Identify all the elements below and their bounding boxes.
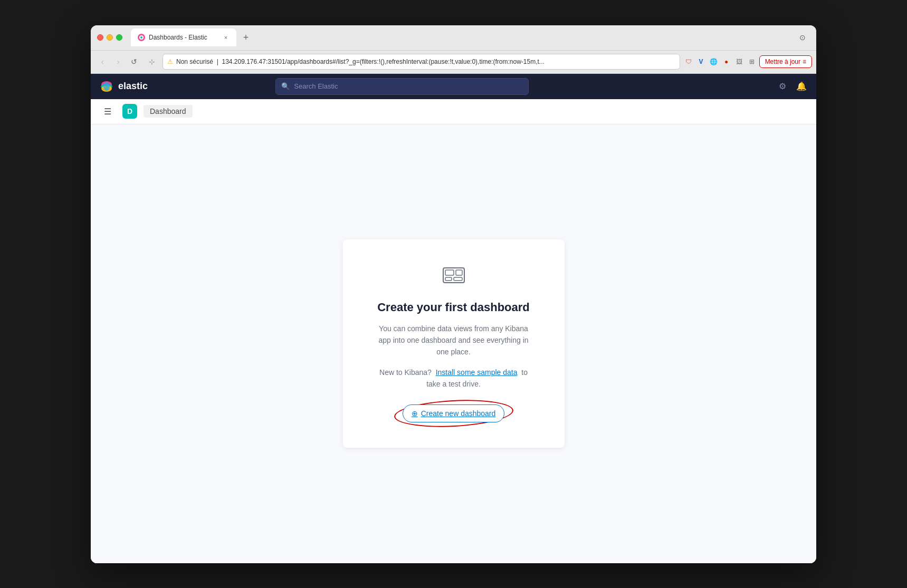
url-bar[interactable]: ⚠ Non sécurisé | 134.209.176.47:31501/ap…: [163, 54, 680, 70]
elastic-logo-icon: [99, 79, 114, 94]
minimize-traffic-light[interactable]: [107, 34, 113, 41]
tab-title: Dashboards - Elastic: [149, 34, 207, 41]
app-badge: D: [122, 104, 137, 119]
bookmark-button[interactable]: ⊹: [145, 54, 159, 69]
install-sample-data-link[interactable]: Install some sample data: [436, 368, 518, 377]
kibana-nav: ☰ D Dashboard: [91, 99, 816, 124]
url-text: Non sécurisé | 134.209.176.47:31501/app/…: [176, 58, 675, 65]
url-security-warning: ⚠: [167, 58, 173, 65]
empty-state-card: Create your first dashboard You can comb…: [343, 239, 565, 448]
maximize-traffic-light[interactable]: [116, 34, 122, 41]
svg-rect-9: [456, 270, 462, 275]
active-tab[interactable]: Dashboards - Elastic ×: [131, 28, 236, 46]
dashboard-illustration-icon: [441, 265, 466, 290]
puzzle-extension-icon[interactable]: ⊞: [747, 56, 757, 67]
search-icon: 🔍: [281, 82, 290, 90]
tab-area: Dashboards - Elastic × +: [131, 28, 791, 46]
dot-extension-icon[interactable]: ●: [721, 56, 732, 67]
back-button[interactable]: ‹: [95, 54, 110, 69]
notifications-icon[interactable]: 🔔: [795, 80, 808, 93]
elastic-logo: elastic: [99, 79, 148, 94]
new-tab-button[interactable]: +: [238, 30, 253, 45]
hamburger-menu-button[interactable]: ☰: [99, 103, 116, 120]
svg-point-6: [103, 82, 110, 91]
window-controls-right: ⊙: [795, 30, 810, 45]
globe-extension-icon[interactable]: 🌐: [709, 56, 719, 67]
kibana-app: elastic 🔍 Search Elastic ⚙ 🔔 ☰ D: [91, 74, 816, 563]
svg-rect-10: [445, 277, 452, 281]
kibana-search-bar[interactable]: 🔍 Search Elastic: [275, 78, 529, 95]
svg-rect-8: [445, 270, 454, 275]
address-bar: ‹ › ↺ ⊹ ⚠ Non sécurisé | 134.209.176.47:…: [91, 51, 816, 74]
kibana-header: elastic 🔍 Search Elastic ⚙ 🔔: [91, 74, 816, 99]
window-icon: ⊙: [795, 30, 810, 45]
hamburger-icon: ☰: [104, 107, 111, 117]
forward-button[interactable]: ›: [111, 54, 126, 69]
breadcrumb-dashboard[interactable]: Dashboard: [144, 105, 193, 118]
shield-extension-icon[interactable]: 🛡: [683, 56, 694, 67]
update-button-label: Mettre à jour: [765, 58, 800, 65]
update-button[interactable]: Mettre à jour ≡: [759, 55, 812, 68]
create-dashboard-icon: ⊕: [412, 409, 418, 418]
tab-close-button[interactable]: ×: [222, 33, 230, 42]
hint-prefix: New to Kibana?: [379, 368, 432, 377]
img-extension-icon[interactable]: 🖼: [734, 56, 744, 67]
svg-point-2: [140, 36, 142, 38]
title-bar: Dashboards - Elastic × + ⊙: [91, 25, 816, 51]
kibana-content: Create your first dashboard You can comb…: [91, 124, 816, 563]
traffic-lights: [97, 34, 122, 41]
empty-state-title: Create your first dashboard: [375, 301, 533, 314]
settings-icon[interactable]: ⚙: [776, 80, 789, 93]
tab-favicon: [137, 33, 146, 42]
browser-window: Dashboards - Elastic × + ⊙ ‹ › ↺: [91, 25, 816, 563]
elastic-logo-text: elastic: [118, 81, 148, 92]
browser-extensions: 🛡 V 🌐 ● 🖼 ⊞ Mettre à jour ≡: [683, 55, 812, 68]
empty-state-hint: New to Kibana? Install some sample data …: [375, 367, 533, 390]
search-placeholder: Search Elastic: [294, 82, 338, 90]
refresh-button[interactable]: ↺: [127, 54, 141, 69]
header-right: ⚙ 🔔: [776, 80, 808, 93]
create-dashboard-wrapper: ⊕ Create new dashboard: [403, 404, 505, 422]
nav-buttons: ‹ › ↺: [95, 54, 141, 69]
update-button-icon: ≡: [803, 58, 806, 65]
empty-state-description: You can combine data views from any Kiba…: [375, 323, 533, 358]
svg-rect-11: [454, 277, 462, 281]
create-new-dashboard-button[interactable]: ⊕ Create new dashboard: [403, 404, 505, 422]
v-extension-icon[interactable]: V: [696, 56, 706, 67]
close-traffic-light[interactable]: [97, 34, 103, 41]
create-dashboard-label: Create new dashboard: [421, 409, 496, 418]
